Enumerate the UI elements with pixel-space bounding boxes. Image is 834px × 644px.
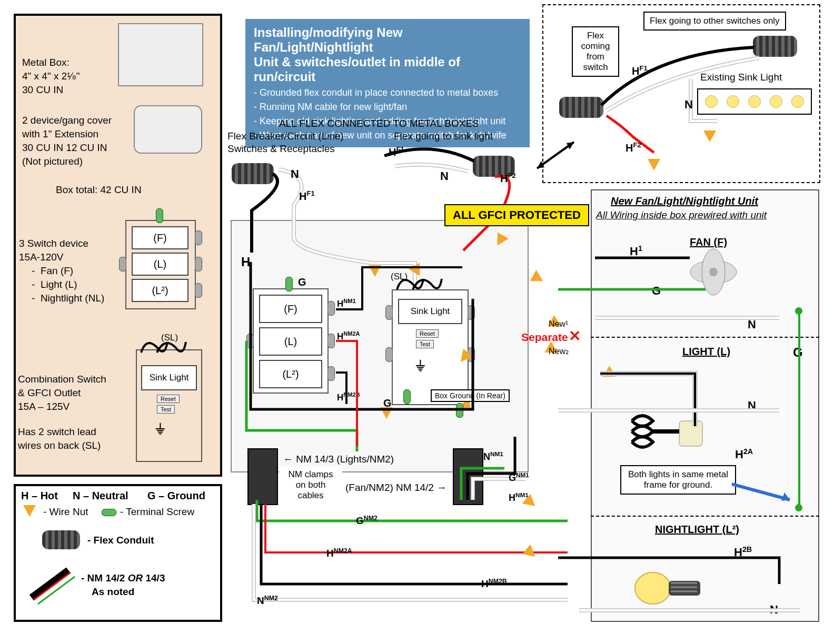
separate-x: ✕ [569, 327, 581, 345]
wire-g: G [298, 276, 306, 288]
nnm1-label: NNM1 [483, 450, 503, 463]
reset-button: Reset [157, 395, 180, 403]
switch-f: (F) [132, 226, 188, 249]
sw3-l1: 3 Switch device [19, 238, 88, 250]
wire-n: N [291, 167, 299, 181]
gfci-protected-label: ALL GFCI PROTECTED [444, 204, 589, 226]
flex-sink-label: Flex going to sink light [394, 130, 493, 143]
metal-box-cu: 30 CU IN [22, 84, 63, 96]
ground-screw-icon [156, 208, 163, 223]
cover-l2: with 1" Extension [22, 128, 98, 140]
cover-l4: (Not pictured) [22, 156, 83, 168]
fan-unit-box [591, 189, 819, 622]
existing-sink-label: Existing Sink Light [700, 72, 782, 84]
silver-screw [327, 301, 335, 316]
new2-label: New₂ [549, 346, 569, 356]
main-outlet: ⏚ [416, 356, 425, 373]
switch-l2: (L²) [132, 279, 188, 302]
outlet-icon: ⏚ [156, 419, 165, 436]
combo-l1: Combination Switch [18, 374, 106, 386]
flex-from-switch [559, 97, 603, 118]
wirenut [380, 407, 393, 419]
sl-label-main: (SL) [391, 271, 408, 282]
flex-line-in [232, 163, 274, 184]
combo-l4: Has 2 switch lead [18, 426, 96, 438]
silver-screw [327, 366, 335, 381]
existing-sink-light [697, 88, 812, 115]
legend-nm: - NM 14/2 OR 14/3 [81, 572, 165, 585]
title-b1: - Grounded flex conduit in place connect… [254, 87, 521, 98]
legend-flex: - Flex Conduit [87, 535, 154, 547]
fan-label: FAN (F) [690, 236, 727, 248]
silver-screw-icon [195, 230, 202, 245]
main-reset: Reset [416, 329, 439, 338]
clamp-note: NM clamps on both cables [279, 466, 342, 504]
sep2 [591, 516, 819, 517]
silver-screw-icon [119, 257, 126, 271]
nm142-label: (Fan/NM2) NM 14/2 → [345, 482, 446, 494]
light-g: G [793, 345, 803, 360]
cover-l1: 2 device/gang cover [22, 115, 112, 127]
box-ground-note: Box Ground (In Rear) [431, 389, 510, 402]
metal-box-label: Metal Box: [22, 57, 70, 69]
title-line2: Unit & switches/outlet in middle of run/… [254, 55, 521, 84]
legend-g: G – Ground [147, 489, 205, 502]
light-n: N [748, 399, 756, 412]
ground-node [795, 307, 802, 315]
legend-wirenut: - Wire Nut [43, 506, 88, 518]
nightlight-label: NIGHTLIGHT (L²) [655, 523, 739, 536]
sw3-item-l: - Light (L) [32, 279, 77, 291]
main-sink-switch: Sink Light [398, 299, 462, 324]
silver-screw [385, 347, 393, 362]
gnm2-label: GNM2 [356, 515, 378, 527]
wire-hf1b: HF1 [389, 145, 404, 158]
silver-screw-icon [195, 257, 202, 271]
title-b2: - Running NM cable for new light/fan [254, 102, 521, 113]
combo-l2: & GFCI Outlet [18, 387, 81, 399]
light-label: LIGHT (L) [682, 345, 730, 358]
nm-clamp-right [453, 448, 483, 505]
flex-boxes-label: ALL FLEX CONNECTED TO METAL BOXES [279, 118, 479, 130]
nm143-label: ← NM 14/3 (Lights/NM2) [283, 454, 394, 466]
wire-hnm2a: HNM2A [337, 330, 360, 342]
wirenut-night2 [522, 545, 539, 562]
terminal-screw-icon [102, 509, 116, 516]
legend-terminal: - Terminal Screw [120, 506, 194, 518]
main-sw-f: (F) [259, 295, 322, 323]
hnm2a-label: HNM2A [326, 547, 352, 560]
new1-label: New¹ [549, 319, 568, 329]
separate-label: Separate [521, 330, 568, 344]
flex-other-label: Flex going to other switches only [643, 12, 786, 31]
silver-screw [468, 305, 475, 320]
wirenut [369, 265, 381, 277]
wire-hf1: HF1 [299, 189, 315, 203]
main-test: Test [416, 340, 434, 348]
night-h2b: H2B [734, 545, 752, 560]
sink-switch: Sink Light [141, 365, 197, 390]
wire-hnm2b: HNM2B [337, 391, 360, 403]
wire-hf2: HF2 [500, 172, 516, 185]
combo-l5: wires on back (SL) [18, 440, 101, 452]
tr-hf1: HF1 [632, 64, 648, 77]
gang-cover-icon [134, 105, 202, 154]
switch-l: (L) [132, 253, 188, 276]
cover-l3: 30 CU IN 12 CU IN [22, 142, 107, 154]
box-ground-screw [456, 403, 463, 418]
wirenut-new1 [530, 270, 546, 287]
silver-screw [246, 334, 254, 348]
night-n: N [770, 603, 778, 617]
box-total: Box total: 42 CU IN [56, 184, 142, 196]
wire-hnm1: HNM1 [337, 298, 356, 309]
flex-from-label: Flex coming from switch [572, 26, 619, 77]
legend-panel [14, 484, 222, 622]
legend-n: N – Neutral [73, 489, 128, 502]
ground-node [795, 504, 802, 511]
hnm2b-label: HNM2B [481, 578, 507, 590]
flex-other-switches [753, 36, 797, 57]
silver-screw [385, 305, 393, 320]
fan-h1: H1 [630, 244, 642, 259]
metal-box-dim: 4" x 4" x 2¹⁄₈" [22, 71, 80, 83]
sw3-item-nl: - Nightlight (NL) [32, 293, 104, 305]
main-sw-l: (L) [259, 327, 322, 356]
legend-h: H – Hot [21, 489, 58, 502]
